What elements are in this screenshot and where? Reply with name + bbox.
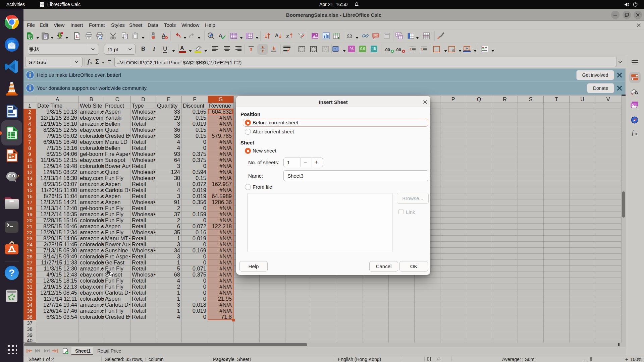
svg-text:A: A (275, 33, 278, 38)
svg-text:Ω: Ω (347, 33, 352, 40)
svg-text:Z: Z (286, 34, 289, 39)
svg-text:A: A (635, 89, 638, 95)
svg-text:?: ? (9, 267, 15, 278)
